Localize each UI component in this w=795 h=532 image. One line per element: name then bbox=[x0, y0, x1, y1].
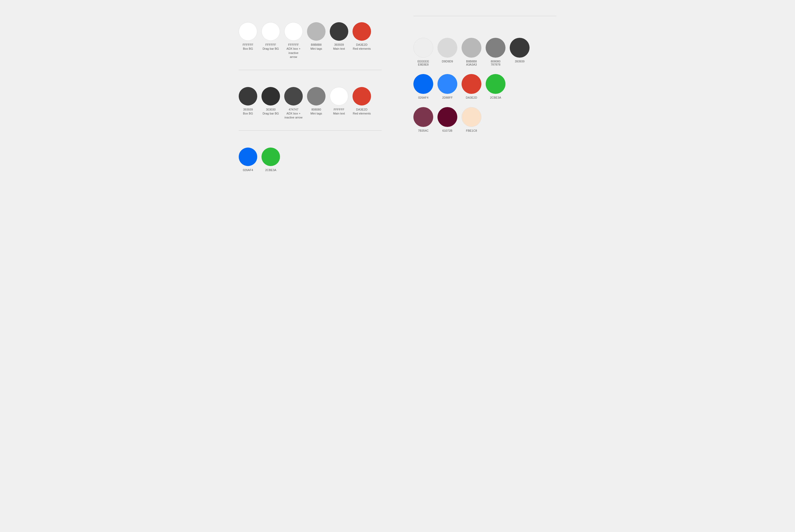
day-swatch-3: B8B8B8Mini tags bbox=[307, 22, 326, 59]
left-column: FFFFFFBox BGFFFFFFDrag bar BGFFFFFFADX b… bbox=[239, 16, 382, 193]
day-swatch-5: DA3E2DRed elements bbox=[353, 22, 371, 59]
ui-swatch-circle-0-0 bbox=[413, 38, 433, 58]
night-swatch-5: DA3E2DRed elements bbox=[353, 87, 371, 120]
ui-swatch-0-2: B8B8B8A3A3A3 bbox=[462, 38, 482, 66]
night-swatch-3: 808080Mini tags bbox=[307, 87, 326, 120]
ui-swatch-0-4: 393939 bbox=[510, 38, 529, 66]
night-swatch-label-0: 393939Box BG bbox=[243, 108, 253, 116]
day-swatch-circle-3 bbox=[307, 22, 326, 41]
day-swatch-4: 393939Main text bbox=[330, 22, 348, 59]
ui-swatch-circle-0-3 bbox=[486, 38, 505, 58]
night-swatch-circle-3 bbox=[307, 87, 326, 106]
ui-swatch-circle-2-0 bbox=[413, 107, 433, 127]
page-container: FFFFFFBox BGFFFFFFDrag bar BGFFFFFFADX b… bbox=[239, 16, 556, 193]
ui-swatch-1-0: 026AF4 bbox=[413, 74, 433, 99]
night-palette-swatches: 393939Box BG303030Drag bar BG474747ADX b… bbox=[239, 87, 382, 120]
night-swatch-circle-0 bbox=[239, 87, 257, 106]
ui-palette-row-0: EEEEEEE8E8E8D9D9D9B8B8B8A3A3A38080807878… bbox=[413, 38, 556, 66]
night-swatch-label-2: 474747ADX box +inactive arrow bbox=[285, 108, 303, 120]
ui-swatch-label-0-1: D9D9D9 bbox=[442, 60, 453, 63]
day-swatch-2: FFFFFFADX box +inactivearrow bbox=[284, 22, 303, 59]
ui-palette-row-1: 026AF42D88FFDA3E2D2CBE3A bbox=[413, 74, 556, 99]
ui-swatch-label-2-1: 61072B bbox=[442, 129, 453, 132]
night-swatch-label-3: 808080Mini tags bbox=[310, 108, 322, 116]
all-swatch-circle-0 bbox=[239, 148, 257, 166]
night-swatch-0: 393939Box BG bbox=[239, 87, 257, 120]
night-swatch-2: 474747ADX box +inactive arrow bbox=[284, 87, 303, 120]
ui-swatch-circle-2-2 bbox=[462, 107, 482, 127]
ui-swatch-label-2-0: 7B354C bbox=[418, 129, 429, 132]
ui-swatch-2-0: 7B354C bbox=[413, 107, 433, 132]
night-swatch-4: FFFFFFMain text bbox=[330, 87, 348, 120]
night-swatch-circle-2 bbox=[284, 87, 303, 106]
day-swatch-label-3: B8B8B8Mini tags bbox=[310, 43, 322, 51]
day-swatch-circle-5 bbox=[353, 22, 371, 41]
ui-palette-row-2: 7B354C61072BFBE1C8 bbox=[413, 107, 556, 132]
ui-swatch-0-1: D9D9D9 bbox=[437, 38, 457, 66]
all-swatch-circle-1 bbox=[261, 148, 280, 166]
ui-swatch-circle-0-1 bbox=[437, 38, 457, 58]
day-swatch-label-2: FFFFFFADX box +inactivearrow bbox=[287, 43, 301, 59]
day-swatch-circle-1 bbox=[261, 22, 280, 41]
ui-swatch-1-1: 2D88FF bbox=[437, 74, 457, 99]
night-swatch-circle-1 bbox=[261, 87, 280, 106]
night-palette-section: 393939Box BG303030Drag bar BG474747ADX b… bbox=[239, 81, 382, 131]
day-swatch-1: FFFFFFDrag bar BG bbox=[261, 22, 280, 59]
ui-swatch-1-2: DA3E2D bbox=[462, 74, 482, 99]
day-swatch-circle-0 bbox=[239, 22, 257, 41]
night-swatch-circle-5 bbox=[353, 87, 371, 106]
day-palette-swatches: FFFFFFBox BGFFFFFFDrag bar BGFFFFFFADX b… bbox=[239, 22, 382, 59]
all-palettes-section: 026AF42CBE3A bbox=[239, 141, 382, 183]
day-swatch-label-5: DA3E2DRed elements bbox=[353, 43, 371, 51]
ui-swatch-2-2: FBE1C8 bbox=[462, 107, 482, 132]
ui-palette-header bbox=[413, 16, 556, 32]
day-swatch-label-4: 393939Main text bbox=[333, 43, 345, 51]
ui-swatch-label-2-2: FBE1C8 bbox=[466, 129, 477, 132]
ui-swatch-label-0-3: 808080787878 bbox=[491, 60, 501, 66]
all-swatch-1: 2CBE3A bbox=[261, 148, 280, 172]
ui-swatch-label-1-1: 2D88FF bbox=[442, 96, 453, 99]
ui-swatch-circle-2-1 bbox=[437, 107, 457, 127]
all-swatch-0: 026AF4 bbox=[239, 148, 257, 172]
night-swatch-label-5: DA3E2DRed elements bbox=[353, 108, 371, 116]
night-swatch-label-1: 303030Drag bar BG bbox=[263, 108, 279, 116]
ui-palette-rows: EEEEEEE8E8E8D9D9D9B8B8B8A3A3A38080807878… bbox=[413, 38, 556, 140]
ui-swatch-circle-1-0 bbox=[413, 74, 433, 94]
ui-swatch-circle-0-4 bbox=[510, 38, 529, 58]
ui-swatch-label-1-0: 026AF4 bbox=[418, 96, 429, 99]
day-swatch-label-0: FFFFFFBox BG bbox=[243, 43, 253, 51]
day-palette-section: FFFFFFBox BGFFFFFFDrag bar BGFFFFFFADX b… bbox=[239, 16, 382, 70]
ui-swatch-circle-0-2 bbox=[462, 38, 482, 58]
ui-swatch-circle-1-1 bbox=[437, 74, 457, 94]
night-swatch-circle-4 bbox=[330, 87, 348, 106]
ui-swatch-0-0: EEEEEEE8E8E8 bbox=[413, 38, 433, 66]
ui-swatch-0-3: 808080787878 bbox=[486, 38, 505, 66]
day-swatch-circle-2 bbox=[284, 22, 303, 41]
ui-swatch-2-1: 61072B bbox=[437, 107, 457, 132]
day-swatch-circle-4 bbox=[330, 22, 348, 41]
ui-swatch-label-0-2: B8B8B8A3A3A3 bbox=[466, 60, 477, 66]
ui-swatch-circle-1-3 bbox=[486, 74, 505, 94]
ui-swatch-label-1-2: DA3E2D bbox=[466, 96, 477, 99]
ui-swatch-label-1-3: 2CBE3A bbox=[490, 96, 501, 99]
ui-swatch-label-0-4: 393939 bbox=[515, 60, 525, 63]
all-palettes-swatches: 026AF42CBE3A bbox=[239, 148, 382, 172]
day-swatch-0: FFFFFFBox BG bbox=[239, 22, 257, 59]
night-swatch-1: 303030Drag bar BG bbox=[261, 87, 280, 120]
all-swatch-label-1: 2CBE3A bbox=[265, 168, 276, 172]
ui-swatch-1-3: 2CBE3A bbox=[486, 74, 505, 99]
ui-swatch-circle-1-2 bbox=[462, 74, 482, 94]
day-swatch-label-1: FFFFFFDrag bar BG bbox=[263, 43, 279, 51]
right-column: EEEEEEE8E8E8D9D9D9B8B8B8A3A3A38080807878… bbox=[413, 16, 556, 193]
ui-swatch-label-0-0: EEEEEEE8E8E8 bbox=[417, 60, 429, 66]
night-swatch-label-4: FFFFFFMain text bbox=[333, 108, 345, 116]
all-swatch-label-0: 026AF4 bbox=[243, 168, 253, 172]
